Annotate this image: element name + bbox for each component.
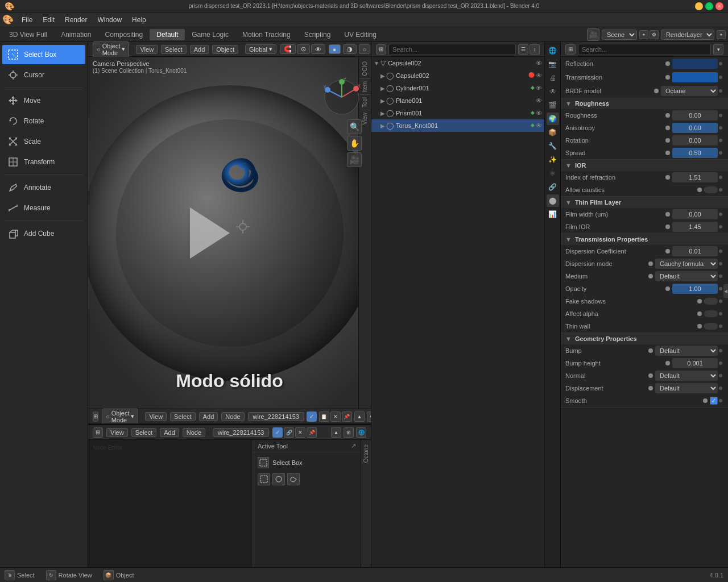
- roughness-keyframe[interactable]: [719, 114, 722, 117]
- footer-icon2[interactable]: ✕: [330, 411, 341, 422]
- outliner-item-prism001[interactable]: ▶ ◯ Prism001 ◆ 👁: [371, 107, 544, 119]
- minimize-button[interactable]: ─: [695, 2, 703, 10]
- node-link-btn[interactable]: 🔗: [284, 427, 294, 438]
- toolbar-collapse-btn[interactable]: ◀: [723, 284, 728, 298]
- node-add-btn[interactable]: Add: [160, 428, 179, 437]
- footer-add-btn[interactable]: Add: [199, 412, 218, 421]
- affect-alpha-keyframe[interactable]: [719, 312, 722, 315]
- renderlayer-select[interactable]: RenderLayer: [661, 30, 714, 40]
- displacement-keyframe[interactable]: [719, 386, 722, 390]
- bottom-octane-label[interactable]: Octane: [363, 444, 369, 463]
- pan-btn[interactable]: ✋: [347, 136, 362, 151]
- node-node-btn[interactable]: Node: [183, 428, 205, 437]
- film-width-dot[interactable]: [665, 212, 670, 217]
- affect-alpha-toggle[interactable]: [704, 310, 718, 317]
- tab-default[interactable]: Default: [150, 29, 185, 40]
- node-globe-btn[interactable]: 🌐: [356, 427, 366, 438]
- scene-select[interactable]: Scene: [602, 30, 637, 40]
- caustics-keyframe[interactable]: [719, 188, 722, 192]
- footer-icon1[interactable]: 📋: [319, 411, 329, 422]
- normal-dropdown[interactable]: Default: [655, 371, 718, 381]
- object-menu[interactable]: Object: [212, 45, 238, 54]
- outliner-item-capsule002-parent[interactable]: ▼ ▽ Capsule002 👁: [371, 57, 544, 69]
- eye-capsule002[interactable]: 👁: [536, 72, 542, 79]
- bump-height-keyframe[interactable]: [719, 361, 722, 365]
- props-pin-btn[interactable]: ▾: [713, 44, 723, 55]
- outliner-item-cylinder001[interactable]: ▶ ◯ Cylinder001 ◆ 👁: [371, 82, 544, 94]
- menu-file[interactable]: File: [17, 14, 37, 26]
- film-ior-dot[interactable]: [665, 225, 670, 229]
- tab-uvediting[interactable]: UV Editing: [337, 29, 383, 40]
- ior-section-header[interactable]: ▼ IOR: [561, 160, 728, 171]
- renderlayer-add-btn[interactable]: +: [717, 30, 726, 39]
- reflection-keyframe[interactable]: [719, 62, 722, 65]
- rendered-btn[interactable]: ○: [359, 44, 371, 54]
- tool-transform[interactable]: Transform: [2, 152, 85, 172]
- caustics-dot[interactable]: [697, 188, 702, 192]
- tab-animation[interactable]: Animation: [54, 29, 98, 40]
- rotation-keyframe[interactable]: [719, 139, 722, 142]
- bump-keyframe[interactable]: [719, 349, 722, 352]
- prop-icon-object[interactable]: 📦: [547, 126, 559, 139]
- dispersion-coeff-dot[interactable]: [665, 249, 670, 253]
- footer-node-btn[interactable]: Node: [221, 412, 244, 421]
- prop-icon-particles[interactable]: ✨: [547, 153, 559, 166]
- thin-wall-toggle[interactable]: [704, 323, 718, 330]
- prop-icon-modifier[interactable]: 🔧: [547, 140, 559, 152]
- node-arrow-btn[interactable]: ▲: [331, 427, 341, 438]
- footer-icon4[interactable]: ▲: [354, 411, 365, 422]
- material-icon-cylinder001[interactable]: ◆: [531, 85, 535, 92]
- brdf-keyframe[interactable]: [719, 89, 722, 93]
- prop-icon-world[interactable]: 🌍: [547, 113, 559, 125]
- dispersion-coeff-input[interactable]: [672, 246, 718, 256]
- menu-window[interactable]: Window: [93, 14, 126, 26]
- footer-select-btn[interactable]: Select: [170, 412, 196, 421]
- menu-help[interactable]: Help: [127, 14, 151, 26]
- tab-motiontracking[interactable]: Motion Tracking: [235, 29, 297, 40]
- global-btn[interactable]: Global ▾: [245, 44, 276, 54]
- close-button[interactable]: ✕: [715, 2, 723, 10]
- scene-settings-btn[interactable]: ⚙: [650, 30, 659, 39]
- thin-film-section-header[interactable]: ▼ Thin Film Layer: [561, 197, 728, 208]
- node-x-btn[interactable]: ✕: [295, 427, 305, 438]
- geometry-props-header[interactable]: ▼ Geometry Properties: [561, 333, 728, 344]
- eye-cylinder001[interactable]: 👁: [536, 85, 542, 92]
- smooth-checkbox[interactable]: ✓: [710, 397, 718, 405]
- roughness-input[interactable]: [672, 110, 718, 120]
- camera-view-btn[interactable]: 🎥: [347, 152, 362, 167]
- tab-3dviewfull[interactable]: 3D View Full: [2, 29, 54, 40]
- tool-select-box[interactable]: Select Box: [2, 45, 85, 64]
- tool-move[interactable]: Move: [2, 91, 85, 110]
- reflection-dot[interactable]: [665, 61, 670, 66]
- material-icon-torus-knot001[interactable]: ◆: [531, 122, 535, 129]
- eye-plane001[interactable]: 👁: [536, 97, 542, 104]
- outliner-search[interactable]: [388, 44, 516, 55]
- prop-icon-material[interactable]: ⬤: [547, 194, 559, 207]
- rotation-dot[interactable]: [665, 138, 670, 143]
- mode-select[interactable]: ○ Object Mode ▾: [93, 41, 129, 57]
- ior-dot[interactable]: [665, 175, 670, 180]
- tab-scripting[interactable]: Scripting: [297, 29, 338, 40]
- dispersion-mode-dropdown[interactable]: Cauchy formula: [655, 259, 718, 269]
- roughness-dot[interactable]: [665, 113, 670, 118]
- prop-icon-view[interactable]: 👁: [547, 85, 559, 98]
- prop-icon-physics[interactable]: ⚛: [547, 167, 559, 180]
- maximize-button[interactable]: □: [705, 2, 713, 10]
- smooth-dot[interactable]: [703, 398, 708, 403]
- props-area-type[interactable]: ⊞: [565, 44, 576, 55]
- eye-torus-knot001[interactable]: 👁: [536, 122, 542, 129]
- tool-rotate[interactable]: Rotate: [2, 111, 85, 131]
- proportional-btn[interactable]: ⊙: [297, 44, 310, 54]
- solid-mode-btn[interactable]: ●: [329, 44, 341, 54]
- transmission-props-header[interactable]: ▼ Transmission Properties: [561, 234, 728, 245]
- tool-cursor[interactable]: Cursor: [2, 65, 85, 85]
- viewport-3d[interactable]: Camera Perspective (1) Scene Collection …: [88, 57, 371, 409]
- node-view-btn[interactable]: View: [106, 428, 128, 437]
- footer-view-btn[interactable]: View: [145, 412, 167, 421]
- outliner-item-torus-knot001[interactable]: ▶ ◯ Torus_Knot001 ◆ 👁: [371, 119, 544, 132]
- film-ior-input[interactable]: [672, 222, 718, 232]
- tool-scale[interactable]: Scale: [2, 132, 85, 151]
- node-grid-btn[interactable]: ⊞: [344, 427, 354, 438]
- film-ior-keyframe[interactable]: [719, 225, 722, 228]
- thin-wall-keyframe[interactable]: [719, 325, 722, 328]
